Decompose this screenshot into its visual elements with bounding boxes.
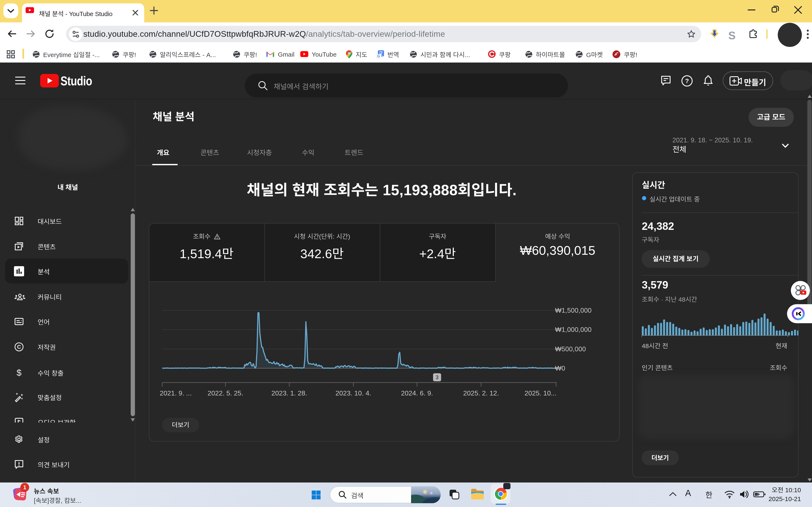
svg-text:?: ? [685, 77, 689, 84]
svg-text:3: 3 [436, 374, 438, 380]
svg-text:2022. 5. 25.: 2022. 5. 25. [207, 389, 243, 397]
svg-text:2021. 9. ...: 2021. 9. ... [159, 389, 191, 397]
svg-text:₩500,000: ₩500,000 [555, 345, 586, 353]
svg-text:G: G [377, 54, 380, 58]
svg-text:2025. 2. 12.: 2025. 2. 12. [463, 389, 499, 397]
svg-text:2023. 1. 28.: 2023. 1. 28. [271, 389, 307, 397]
svg-text:₩1,000,000: ₩1,000,000 [555, 326, 592, 333]
svg-text:2025. 10...: 2025. 10... [524, 389, 556, 397]
svg-text:C: C [17, 344, 21, 350]
svg-text:2023. 10. 4.: 2023. 10. 4. [335, 389, 371, 397]
svg-text:$: $ [16, 368, 21, 378]
svg-text:₩1,500,000: ₩1,500,000 [555, 306, 592, 314]
svg-text:2024. 6. 9.: 2024. 6. 9. [401, 389, 433, 397]
svg-text:₩0: ₩0 [555, 364, 565, 372]
